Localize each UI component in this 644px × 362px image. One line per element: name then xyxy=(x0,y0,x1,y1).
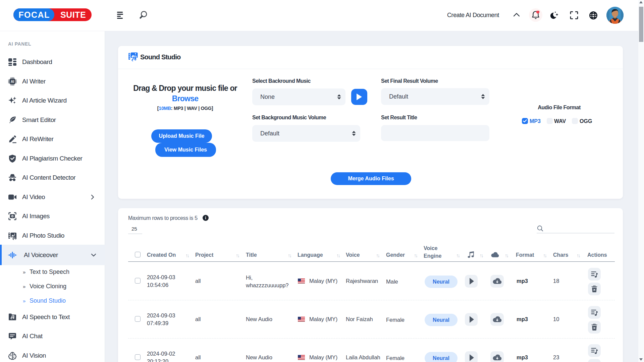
svg-text:AI: AI xyxy=(11,80,14,83)
